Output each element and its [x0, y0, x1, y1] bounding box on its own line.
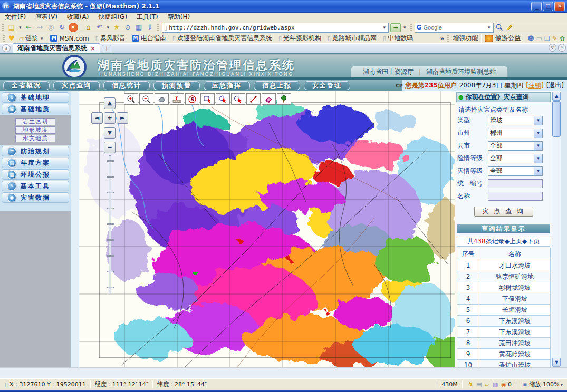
menu-view[interactable]: 查看(V) [31, 13, 62, 22]
table-row[interactable]: 5长塘滑坡 [457, 305, 551, 316]
toolbar-grip[interactable] [2, 24, 4, 31]
chevron-down-icon[interactable]: ▾ [534, 129, 542, 138]
menu-tools[interactable]: 工具(T) [132, 13, 163, 22]
menu-file[interactable]: 文件(F) [0, 13, 31, 22]
link-radio[interactable]: M电台指南 [130, 34, 168, 43]
line-measure-tool[interactable] [246, 93, 261, 105]
plugin-grip[interactable] [447, 35, 449, 42]
nav-tab-disaster-query[interactable]: 灾点查询 [53, 81, 100, 90]
user-icon[interactable]: ☻ [527, 35, 534, 42]
printer-icon[interactable]: ▤ [476, 381, 482, 388]
recent-pages-button[interactable]: ◎ [46, 23, 56, 32]
table-row[interactable]: 2骆宗恒矿滑地 [457, 271, 551, 282]
sidebar-item-prevention-plan[interactable]: ☂ 防治规划 [2, 146, 69, 156]
link-city[interactable]: ▯览路城市精品网 [325, 34, 379, 43]
links-folder[interactable]: ▱ 链接 ▾ [17, 34, 46, 43]
maximize-button[interactable]: □ [543, 2, 553, 11]
url-dropdown-icon[interactable]: ▾ [382, 25, 387, 30]
folder-icon[interactable]: ▱ [485, 381, 489, 388]
maxthon-charity-icon[interactable] [485, 35, 493, 42]
sidebar-item-base-geology[interactable]: ▣ 基础地质 [2, 104, 69, 114]
link-photo[interactable]: ▯光年摄影机构 [276, 34, 323, 43]
table-row[interactable]: 4下僮滑坡 [457, 293, 551, 305]
tab-list-star-button[interactable]: ★ [2, 44, 11, 52]
sidebar-item-env-bulletin[interactable]: ▦ 环境公报 [2, 169, 69, 180]
undo-caret-icon[interactable]: ▾ [106, 25, 111, 30]
go-caret-icon[interactable]: ▾ [402, 25, 407, 30]
city-select[interactable]: 郴州 ▾ [488, 129, 543, 138]
pan-right-button[interactable]: ► [117, 112, 128, 124]
plugin-icon[interactable]: ✿ [560, 35, 565, 42]
link-welcome[interactable]: ▯欢迎登陆湖南省地质灾害信息系统 [170, 34, 274, 43]
tab-bar-close-button[interactable]: × [558, 44, 566, 52]
logout-link[interactable]: [注销] [526, 81, 543, 90]
sidebar-subitem-terrain-slope[interactable]: 地形坡度 [15, 126, 55, 134]
tab-active[interactable]: 湖南省地质灾害信息系统 × [13, 43, 100, 53]
new-page-caret-icon[interactable]: ▾ [18, 25, 23, 30]
forward-button[interactable]: → [35, 23, 45, 32]
next-page-link[interactable]: ◆下页 [522, 238, 540, 245]
nav-tab-statistics[interactable]: 信息统计 [103, 81, 150, 90]
chevron-down-icon[interactable]: ▾ [534, 167, 542, 175]
new-page-button[interactable]: ▤ [7, 23, 16, 32]
highlight-button[interactable] [505, 23, 515, 32]
chevron-down-icon[interactable]: ▾ [534, 154, 542, 163]
nav-tab-security[interactable]: 安全管理 [304, 81, 350, 90]
new-tab-button[interactable]: + [102, 45, 111, 52]
boost-icon[interactable]: ↯ [468, 381, 473, 388]
sidebar-item-basic-tools[interactable]: ✎ 基本工具 [2, 181, 69, 191]
tab-close-icon[interactable]: × [90, 45, 95, 52]
link-zhongdi[interactable]: ▯中地数码 [381, 34, 415, 43]
table-row[interactable]: 6下东溪滑坡 [457, 316, 551, 327]
sidebar-item-annual-plan[interactable]: ▤ 年度方案 [2, 158, 69, 168]
prev-page-link[interactable]: ◆上页 [505, 238, 522, 245]
disaster-query-button[interactable]: 灾 点 查 询 [474, 207, 533, 217]
zoom-in-tool[interactable] [124, 93, 138, 105]
pan-left-button[interactable]: ◄ [91, 112, 103, 124]
name-input[interactable] [488, 192, 543, 201]
chevron-down-icon[interactable]: ▾ [534, 142, 542, 150]
vertical-scrollbar[interactable]: ▲ ▼ [552, 91, 561, 367]
zoom-caret-icon[interactable]: ▾ [559, 382, 564, 387]
window-icon[interactable]: ▭ [536, 35, 542, 42]
sidebar-subitem-hydrogeology[interactable]: 水文地质 [15, 135, 55, 142]
link-geo-monitor[interactable]: 湖南省地质环境监测总站 [426, 67, 496, 76]
full-extent-tool[interactable]: S [185, 93, 199, 105]
zoom-window-icon[interactable]: ▣ [522, 381, 527, 388]
tab-refresh-button[interactable]: ↻ [549, 44, 556, 52]
snapshot-icon[interactable]: ◉ [501, 381, 506, 388]
measure-distance-tool[interactable]: ? [170, 93, 184, 105]
search-button[interactable] [495, 23, 504, 32]
sidebar-subitem-rock-zoning[interactable]: 岩土区划 [15, 118, 55, 125]
magic-fill-button[interactable]: ★ [112, 23, 121, 32]
nav-tab-emergency[interactable]: 应急指挥 [204, 81, 250, 90]
table-row[interactable]: 7下东溪滑坡 [457, 327, 551, 338]
scroll-down-button[interactable]: ▼ [552, 358, 561, 367]
sidebar-splitter[interactable] [71, 91, 79, 367]
zoom-slider[interactable] [109, 155, 111, 293]
nav-tab-overview[interactable]: 全省概况 [3, 81, 50, 90]
links-grip[interactable] [3, 35, 5, 42]
url-input[interactable] [169, 24, 382, 31]
zoom-minus-button[interactable]: − [104, 142, 116, 153]
scroll-up-button[interactable]: ▲ [552, 92, 561, 101]
favorites-heart-icon[interactable]: ♥ [8, 34, 15, 42]
stop-button[interactable]: ✕ [69, 23, 78, 32]
home-button[interactable]: ⌂ [84, 23, 93, 32]
menu-favorites[interactable]: 收藏(A) [62, 13, 94, 22]
bird-view-tool[interactable] [155, 93, 169, 105]
county-select[interactable]: 全部 ▾ [488, 141, 543, 151]
address-grip[interactable] [157, 24, 159, 31]
disaster-level-select[interactable]: 全部 ▾ [488, 166, 543, 176]
zoom-out-tool[interactable] [139, 93, 153, 105]
enhance-button[interactable]: 增强功能 [453, 34, 478, 43]
chevron-down-icon[interactable]: ▾ [534, 116, 542, 125]
minimize-button[interactable]: _ [531, 2, 542, 11]
polygon-select-tool[interactable] [216, 93, 230, 105]
undo-button[interactable]: ↶ [95, 23, 104, 32]
risk-level-select[interactable]: 全部 ▾ [488, 154, 543, 163]
table-row[interactable]: 9黄花岭滑坡 [457, 349, 551, 360]
layer-tree-tool[interactable] [277, 93, 291, 105]
table-row[interactable]: 3衫树垅滑坡 [457, 282, 551, 293]
paint-icon[interactable]: ✎ [552, 35, 558, 42]
